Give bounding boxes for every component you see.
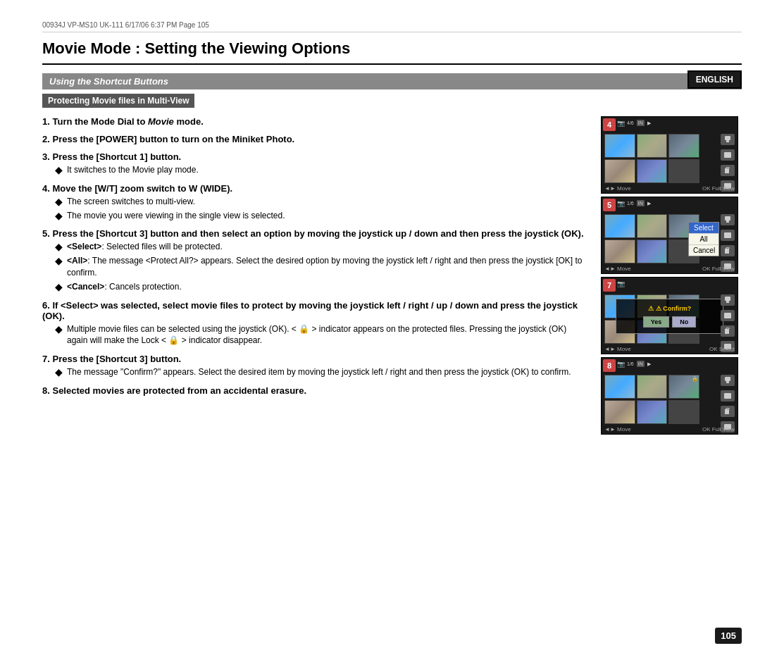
step-2-title: 2. Press the [POWER] button to turn on t… xyxy=(42,134,587,144)
confirm-buttons: Yes No xyxy=(643,316,697,328)
bullet-symbol: ◆ xyxy=(55,281,63,293)
step-6: 6. If <Select> was selected, select movi… xyxy=(42,300,587,347)
panel-icon xyxy=(721,310,735,321)
menu-item-select[interactable]: Select xyxy=(689,223,718,234)
step-5-title: 5. Press the [Shortcut 3] button and the… xyxy=(42,228,587,239)
bullet-symbol: ◆ xyxy=(55,164,63,176)
panel-icon xyxy=(721,134,735,145)
panel-icon xyxy=(721,245,735,256)
section-header: Using the Shortcut Buttons xyxy=(42,73,742,89)
bullet-symbol: ◆ xyxy=(55,323,63,335)
confirm-yes-button[interactable]: Yes xyxy=(643,316,670,328)
camera-icon: 📷 xyxy=(617,361,625,368)
step-6-title: 6. If <Select> was selected, select movi… xyxy=(42,300,587,321)
thumb xyxy=(668,159,699,183)
content-layout: 1. Turn the Mode Dial to Movie mode. 2. … xyxy=(42,116,742,435)
svg-rect-9 xyxy=(726,220,729,223)
svg-rect-22 xyxy=(724,393,731,399)
menu-item-all[interactable]: All xyxy=(689,234,718,245)
thumb-grid xyxy=(604,134,699,183)
panel-bottom: ◄► Move OK Full View xyxy=(604,185,735,192)
bullet-item: ◆ <Select>: Selected files will be prote… xyxy=(55,241,587,253)
thumb xyxy=(637,214,668,238)
svg-rect-8 xyxy=(725,216,730,220)
bullet-symbol: ◆ xyxy=(55,255,63,267)
confirm-title: ⚠ ⚠ Confirm? xyxy=(648,305,692,312)
panel-icons xyxy=(721,294,735,352)
bullet-symbol: ◆ xyxy=(55,366,63,378)
step-8-title: 8. Selected movies are protected from an… xyxy=(42,385,587,396)
bullet-item: ◆ <All>: The message <Protect All?> appe… xyxy=(55,255,587,279)
camera-icon: 📷 xyxy=(617,120,625,127)
step-8: 8. Selected movies are protected from an… xyxy=(42,385,587,396)
panel-icon xyxy=(721,375,735,386)
step-4-title: 4. Move the [W/T] zoom switch to W (WIDE… xyxy=(42,183,587,194)
panel-icons xyxy=(721,214,735,272)
panel-icon xyxy=(721,165,735,176)
bullet-item: ◆ It switches to the Movie play mode. xyxy=(55,164,587,176)
camera-panel-5: 5 📷 1/6 IN ▶ Select A xyxy=(601,197,738,274)
camera-panel-8: 8 📷 1/6 IN ▶ 🔒 xyxy=(601,357,738,435)
panel-number-5: 5 xyxy=(603,199,616,211)
panel-icon xyxy=(721,325,735,337)
bullet-symbol: ◆ xyxy=(55,241,63,253)
thumb xyxy=(604,214,635,238)
menu-item-cancel[interactable]: Cancel xyxy=(689,245,718,256)
panel-status-bar: 4/6 IN ▶ xyxy=(627,120,718,126)
thumb: 🔒 xyxy=(668,375,699,399)
svg-rect-23 xyxy=(725,409,729,414)
panel-icon xyxy=(721,214,735,225)
svg-rect-10 xyxy=(724,232,731,238)
camera-icon: 📷 xyxy=(617,200,625,207)
thumb-grid: 🔒 xyxy=(604,375,699,424)
panel-icon xyxy=(721,294,735,306)
left-content: 1. Turn the Mode Dial to Movie mode. 2. … xyxy=(42,116,587,435)
bullet-item: ◆ The message "Confirm?" appears. Select… xyxy=(55,366,587,378)
step-7-title: 7. Press the [Shortcut 3] button. xyxy=(42,354,587,364)
step-4-body: ◆ The screen switches to multi-view. ◆ T… xyxy=(55,196,587,222)
bullet-item: ◆ The screen switches to multi-view. xyxy=(55,196,587,208)
bullet-item: ◆ The movie you were viewing in the sing… xyxy=(55,210,587,222)
english-badge: ENGLISH xyxy=(687,70,742,89)
svg-rect-5 xyxy=(725,168,729,173)
panel-icons xyxy=(721,375,735,433)
svg-rect-11 xyxy=(725,249,729,254)
thumb xyxy=(637,375,668,399)
thumb xyxy=(637,159,668,183)
panel-number-7: 7 xyxy=(603,279,616,292)
svg-rect-0 xyxy=(725,136,730,140)
right-panels: 4 📷 4/6 IN ▶ xyxy=(601,116,742,435)
panel-bottom: ◄► Move OK Full View xyxy=(604,426,735,433)
sub-section-header: Protecting Movie files in Multi-View xyxy=(42,94,194,108)
step-7-body: ◆ The message "Confirm?" appears. Select… xyxy=(55,366,587,378)
bullet-symbol: ◆ xyxy=(55,210,63,222)
step-7: 7. Press the [Shortcut 3] button. ◆ The … xyxy=(42,354,587,378)
thumb xyxy=(668,134,699,158)
camera-panel-7: 7 📷 ⚠ ⚠ Confirm? Yes xyxy=(601,277,738,354)
step-3-title: 3. Press the [Shortcut 1] button. xyxy=(42,151,587,162)
thumb xyxy=(637,239,668,263)
panel-number-4: 4 xyxy=(603,118,616,131)
panel-status-bar: 1/6 IN ▶ xyxy=(627,361,718,367)
step-1: 1. Turn the Mode Dial to Movie mode. xyxy=(42,116,587,127)
confirm-no-button[interactable]: No xyxy=(672,316,696,328)
select-cancel-menu: Select All Cancel xyxy=(688,222,719,256)
bullet-item: ◆ Multiple movie files can be selected u… xyxy=(55,323,587,347)
bullet-symbol: ◆ xyxy=(55,196,63,208)
thumb-grid xyxy=(604,214,699,263)
panel-icon xyxy=(721,149,735,161)
svg-rect-14 xyxy=(725,297,730,301)
panel-icon xyxy=(721,390,735,402)
svg-rect-15 xyxy=(726,301,729,303)
thumb xyxy=(604,375,635,399)
page-number: 105 xyxy=(715,628,742,644)
page-container: 00934J VP-MS10 UK-111 6/17/06 6:37 PM Pa… xyxy=(0,0,784,672)
step-4: 4. Move the [W/T] zoom switch to W (WIDE… xyxy=(42,183,587,222)
panel-bottom: ◄► Move OK Full View xyxy=(604,266,735,272)
top-header: 00934J VP-MS10 UK-111 6/17/06 6:37 PM Pa… xyxy=(42,21,742,32)
step-1-title: 1. Turn the Mode Dial to Movie mode. xyxy=(42,116,587,127)
step-6-body: ◆ Multiple movie files can be selected u… xyxy=(55,323,587,347)
step-3-body: ◆ It switches to the Movie play mode. xyxy=(55,164,587,176)
step-5-body: ◆ <Select>: Selected files will be prote… xyxy=(55,241,587,292)
step-5: 5. Press the [Shortcut 3] button and the… xyxy=(42,228,587,292)
